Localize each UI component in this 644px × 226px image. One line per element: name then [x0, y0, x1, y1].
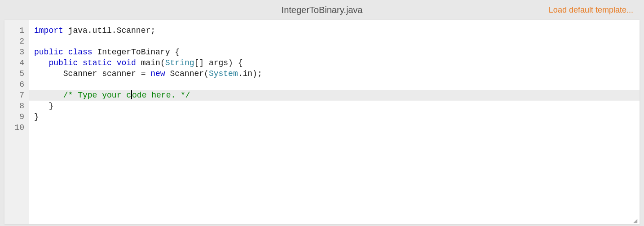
keyword: void [117, 58, 136, 67]
keyword: public [49, 58, 78, 67]
line-number: 2 [4, 36, 29, 47]
code-line [29, 122, 640, 133]
editor-header: IntegerToBinary.java Load default templa… [0, 0, 644, 20]
text-cursor [131, 90, 132, 99]
line-number: 3 [4, 47, 29, 58]
line-number: 8 [4, 101, 29, 111]
code-text: Scanner scanner = [63, 69, 150, 78]
resize-handle-icon[interactable] [633, 218, 639, 223]
indent [34, 69, 63, 78]
code-line [29, 36, 640, 47]
code-line [29, 79, 640, 90]
code-text: main( [136, 58, 165, 67]
code-text: [] [194, 58, 204, 67]
line-number: 7 [4, 90, 29, 101]
line-number: 5 [4, 68, 29, 79]
line-number: 9 [4, 111, 29, 122]
indent [34, 58, 49, 67]
line-number: 10 [4, 122, 29, 133]
line-number: 1 [4, 25, 29, 36]
comment: /* Type your c [63, 91, 131, 100]
indent [34, 91, 63, 100]
code-editor[interactable]: 1 2 3 4 5 6 7 8 9 10 import java.util.Sc… [4, 20, 640, 224]
code-text [112, 58, 117, 67]
line-number: 4 [4, 58, 29, 68]
comment: ode here. */ [132, 91, 190, 100]
code-text: IntegerToBinary { [93, 48, 180, 57]
indent [34, 102, 49, 111]
code-text-area[interactable]: import java.util.Scanner; public class I… [29, 20, 640, 224]
code-text: Scanner( [165, 69, 209, 78]
keyword: class [68, 48, 93, 57]
load-template-link[interactable]: Load default template... [549, 5, 633, 15]
code-text: .in); [238, 69, 262, 78]
code-line: public static void main(String[] args) { [29, 58, 640, 68]
code-line: Scanner scanner = new Scanner(System.in)… [29, 68, 640, 79]
code-text: } [49, 102, 53, 111]
keyword: public [34, 48, 63, 57]
code-text [78, 58, 83, 67]
keyword: new [150, 69, 165, 78]
line-number-gutter: 1 2 3 4 5 6 7 8 9 10 [4, 20, 29, 224]
filename-label: IntegerToBinary.java [282, 5, 363, 15]
code-line-active: /* Type your code here. */ [29, 90, 640, 101]
code-line: } [29, 111, 640, 122]
type: System [209, 69, 238, 78]
keyword: static [83, 58, 112, 67]
code-line: } [29, 101, 640, 111]
line-number: 6 [4, 79, 29, 90]
code-text: java.util.Scanner; [63, 26, 155, 35]
code-line: import java.util.Scanner; [29, 25, 640, 36]
type: String [165, 58, 194, 67]
code-line: public class IntegerToBinary { [29, 47, 640, 58]
code-text [63, 48, 68, 57]
code-text: args) { [204, 58, 243, 67]
code-text: } [34, 112, 39, 121]
keyword: import [34, 26, 63, 35]
